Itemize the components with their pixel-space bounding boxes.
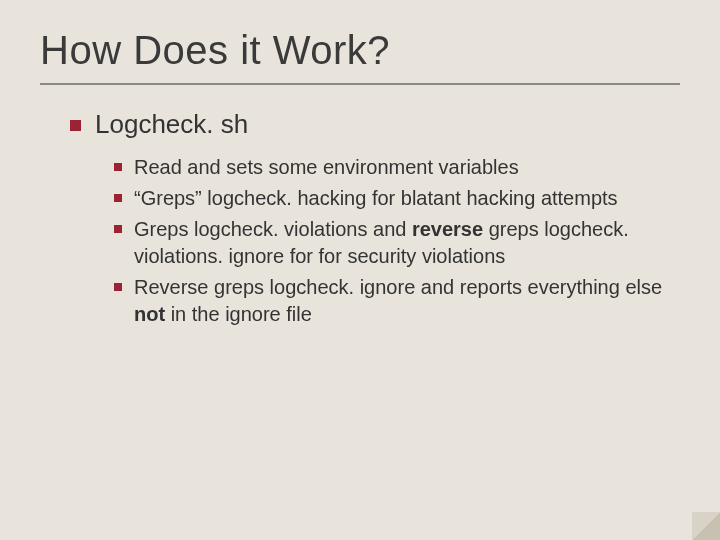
level2-text: “Greps” logcheck. hacking for blatant ha…	[134, 185, 618, 212]
text-run: in the ignore file	[165, 303, 312, 325]
square-bullet-icon	[114, 225, 122, 233]
level1-text: Logcheck. sh	[95, 109, 248, 140]
level2-text: Reverse greps logcheck. ignore and repor…	[134, 274, 674, 328]
text-run: Reverse greps logcheck. ignore and repor…	[134, 276, 662, 298]
level2-text: Read and sets some environment variables	[134, 154, 519, 181]
text-bold: not	[134, 303, 165, 325]
square-bullet-icon	[70, 120, 81, 131]
square-bullet-icon	[114, 194, 122, 202]
slide-title: How Does it Work?	[40, 28, 680, 85]
list-item: Reverse greps logcheck. ignore and repor…	[114, 274, 680, 328]
slide: How Does it Work? Logcheck. sh Read and …	[0, 0, 720, 328]
text-run: Greps logcheck. violations and	[134, 218, 412, 240]
corner-fold-decoration	[692, 512, 720, 540]
square-bullet-icon	[114, 283, 122, 291]
list-item: Greps logcheck. violations and reverse g…	[114, 216, 680, 270]
bullet-level-2: Read and sets some environment variables…	[40, 154, 680, 328]
list-item: Logcheck. sh	[70, 109, 680, 140]
square-bullet-icon	[114, 163, 122, 171]
list-item: “Greps” logcheck. hacking for blatant ha…	[114, 185, 680, 212]
bullet-level-1: Logcheck. sh	[40, 109, 680, 140]
text-bold: reverse	[412, 218, 483, 240]
list-item: Read and sets some environment variables	[114, 154, 680, 181]
level2-text: Greps logcheck. violations and reverse g…	[134, 216, 674, 270]
